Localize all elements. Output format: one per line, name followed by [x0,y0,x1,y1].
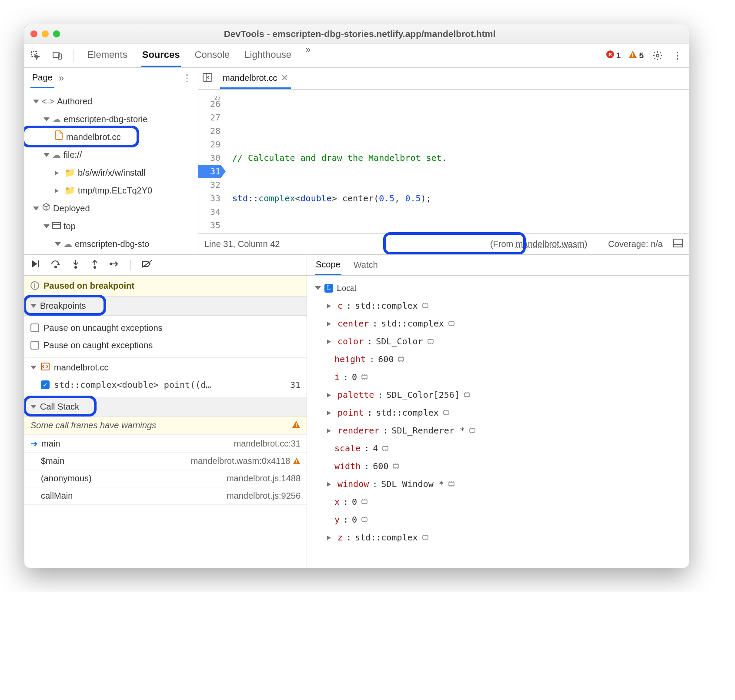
svg-rect-108 [362,518,367,521]
cube-icon [42,200,50,217]
error-count-badge[interactable]: 1 [606,50,621,61]
scope-variable[interactable]: y: 0 [315,511,681,529]
svg-rect-52 [362,375,367,379]
warning-count-badge[interactable]: 5 [628,50,644,61]
breakpoint-entry[interactable]: ✓ std::complex<double> point((d… 31 [30,376,301,393]
step-into-icon[interactable] [71,259,80,271]
tree-authored[interactable]: <·>Authored [27,93,195,110]
cursor-position: Line 31, Column 42 [204,239,280,249]
svg-rect-7 [53,223,60,229]
devtools-toolbar: Elements Sources Console Lighthouse » 1 … [24,43,689,68]
svg-rect-22 [296,460,297,462]
svg-rect-59 [464,393,470,397]
svg-point-6 [656,54,659,57]
kebab-menu-icon[interactable]: ⋮ [672,50,684,62]
scope-variable[interactable]: renderer: SDL_Renderer * [315,422,681,440]
callstack-frame[interactable]: (anonymous)mandelbrot.js:1488 [24,470,307,487]
callstack-frame[interactable]: $mainmandelbrot.wasm:0x4118 [24,453,307,470]
file-tree: <·>Authored ☁emscripten-dbg-storie mande… [24,89,198,254]
scope-variable[interactable]: z: std::complex [315,529,681,547]
step-icon[interactable] [110,259,120,271]
svg-rect-115 [423,536,428,539]
source-origin[interactable]: (From mandelbrot.wasm) [490,239,587,249]
file-icon [55,128,63,146]
svg-rect-45 [398,357,404,361]
svg-rect-73 [470,429,475,432]
section-call-stack[interactable]: Call Stack [24,397,307,417]
svg-rect-38 [428,340,433,343]
svg-rect-11 [674,239,682,247]
sources-sidebar: Page » ⋮ <·>Authored ☁emscripten-dbg-sto… [24,68,198,254]
tree-folder-install[interactable]: 📁b/s/w/ir/x/w/install [27,164,195,182]
tree-top[interactable]: top [27,217,195,235]
tab-elements[interactable]: Elements [87,44,128,67]
pause-caught-toggle[interactable]: Pause on caught exceptions [30,337,301,354]
editor-statusbar: Line 31, Column 42 (From mandelbrot.wasm… [198,233,689,254]
pause-uncaught-toggle[interactable]: Pause on uncaught exceptions [30,319,301,337]
scope-variable[interactable]: window: SDL_Window * [315,475,681,493]
tree-domain-deployed[interactable]: ☁emscripten-dbg-sto [27,235,195,253]
resume-icon[interactable] [30,259,40,271]
svg-rect-80 [383,447,388,450]
close-window-button[interactable] [30,30,37,37]
toggle-bottom-icon[interactable] [673,238,683,250]
scope-variable[interactable]: x: 0 [315,493,681,511]
sidebar-menu-icon[interactable]: ⋮ [182,73,192,84]
minimize-window-button[interactable] [42,30,49,37]
settings-icon[interactable] [651,50,664,62]
tab-lighthouse[interactable]: Lighthouse [244,44,292,67]
callstack-frame[interactable]: ➔mainmandelbrot.cc:31 [24,435,307,453]
tab-sources[interactable]: Sources [141,44,181,67]
scope-variable[interactable]: point: std::complex [315,404,681,422]
code-content[interactable]: // Calculate and draw the Mandelbrot set… [225,90,689,233]
svg-rect-66 [444,411,449,414]
svg-rect-94 [449,482,454,486]
breakpoint-file[interactable]: mandelbrot.cc [30,359,301,376]
editor-tab-mandelbrot[interactable]: mandelbrot.cc✕ [220,68,291,89]
device-toggle-icon[interactable] [51,50,63,62]
scope-variable[interactable]: color: SDL_Color [315,333,681,350]
svg-point-17 [110,263,112,265]
section-breakpoints[interactable]: Breakpoints [24,297,307,316]
scope-variable[interactable]: height: 600 [315,350,681,368]
scope-variable[interactable]: center: std::complex [315,315,681,333]
step-over-icon[interactable] [50,259,61,271]
tab-watch[interactable]: Watch [354,260,378,270]
zoom-window-button[interactable] [53,30,60,37]
window-titlebar: DevTools - emscripten-dbg-stories.netlif… [24,24,689,43]
svg-rect-31 [449,322,454,325]
tree-file-protocol[interactable]: ☁file:// [27,146,195,164]
scope-variable[interactable]: i: 0 [315,368,681,386]
folder-icon: 📁 [64,182,75,200]
debugger-panel: ⓘ Paused on breakpoint Breakpoints Pause… [24,255,307,568]
cloud-icon: ☁ [52,110,61,128]
scope-variable[interactable]: scale: 4 [315,440,681,457]
window-icon [52,217,61,235]
line-gutter[interactable]: 25 2627282930 31 323334353637 [198,90,225,233]
scope-variable[interactable]: c: std::complex [315,297,681,315]
more-tabs-icon[interactable]: » [305,44,311,67]
tree-domain-authored[interactable]: ☁emscripten-dbg-storie [27,110,195,128]
toggle-navigator-icon[interactable] [203,73,212,84]
scope-variable[interactable]: palette: SDL_Color[256] [315,386,681,404]
callstack-frame[interactable]: callMainmandelbrot.js:9256 [24,487,307,505]
tree-deployed[interactable]: Deployed [27,200,195,217]
inspect-element-icon[interactable] [30,50,42,62]
sidebar-more-tabs-icon[interactable]: » [59,73,64,84]
svg-rect-5 [632,56,633,57]
svg-rect-13 [38,260,39,267]
scope-variable[interactable]: width: 600 [315,457,681,475]
sidebar-tab-page[interactable]: Page [30,68,54,88]
tab-console[interactable]: Console [194,44,231,67]
svg-rect-23 [296,463,297,463]
step-out-icon[interactable] [90,259,99,271]
warning-icon [292,420,301,431]
scope-local[interactable]: LLocal [315,279,681,297]
deactivate-breakpoints-icon[interactable] [141,259,153,271]
close-tab-icon[interactable]: ✕ [281,73,288,83]
svg-point-14 [55,266,57,268]
tab-scope[interactable]: Scope [315,255,341,275]
svg-rect-24 [423,304,428,307]
tree-file-mandelbrot[interactable]: mandelbrot.cc [27,128,195,146]
tree-folder-tmp[interactable]: 📁tmp/tmp.ELcTq2Y0 [27,182,195,200]
